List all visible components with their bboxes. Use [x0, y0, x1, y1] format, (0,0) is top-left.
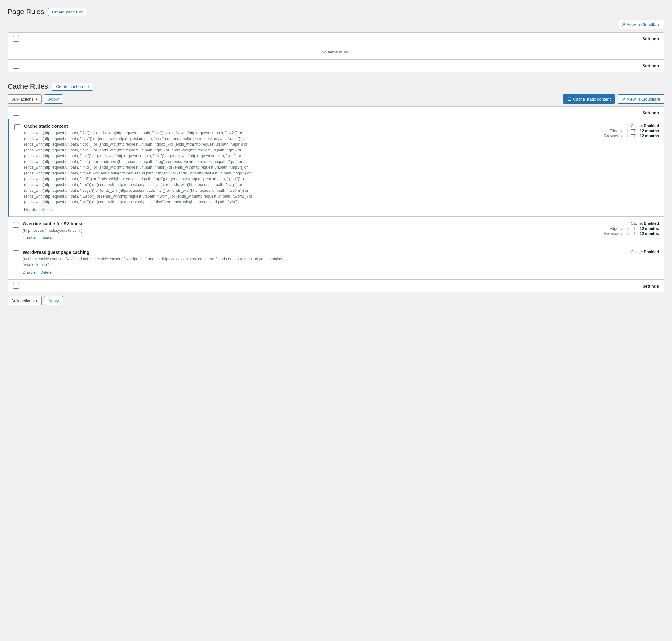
- cache-static-row-title: Cache static content: [24, 124, 595, 129]
- wordpress-guest-row-description: (not http.cookie contains "wp-" and not …: [23, 256, 285, 268]
- cache-rules-table: Settings Cache static content (ends_with…: [8, 106, 664, 292]
- cache-rules-toolbar-left: Bulk actions ▼ Apply: [8, 94, 63, 104]
- wordpress-guest-setting-cache: Cache: Enabled: [595, 250, 659, 254]
- chevron-down-icon-bottom: ▼: [35, 299, 38, 303]
- action-separator-2: |: [38, 236, 38, 241]
- cache-rules-section: Cache Rules Create cache rule Bulk actio…: [8, 82, 664, 305]
- cache-static-row-settings: Cache: Enabled Edge cache TTL: 12 months…: [595, 124, 659, 139]
- cache-static-row-content: Cache static content (ends_with(http.req…: [24, 124, 595, 212]
- override-cache-disable-link[interactable]: Disable: [23, 236, 36, 241]
- cache-rules-toolbar-right: ☰ Cache static content ↗ View in Cloudfl…: [563, 94, 664, 104]
- cache-static-content-button[interactable]: ☰ Cache static content: [563, 94, 615, 104]
- table-row: WordPress guest page caching (not http.c…: [8, 245, 664, 279]
- page-rules-header: Page Rules Create page rule: [8, 8, 664, 16]
- cache-static-row-actions: Disable | Delete: [24, 207, 595, 212]
- page-rules-view-cloudflare-button[interactable]: ↗ View in Cloudflare: [618, 20, 664, 29]
- wordpress-guest-row-checkbox[interactable]: [13, 250, 19, 256]
- cache-static-delete-link[interactable]: Delete: [42, 207, 53, 212]
- override-cache-row-description: (http.host eq "media.yoursite.com"): [23, 228, 285, 233]
- override-cache-row-checkbox[interactable]: [13, 222, 19, 228]
- override-cache-delete-link[interactable]: Delete: [40, 236, 52, 241]
- action-separator-3: |: [38, 270, 38, 275]
- page-rules-settings-header: Settings: [23, 37, 659, 41]
- apply-bottom-button[interactable]: Apply: [44, 296, 63, 305]
- override-cache-row-content: Override cache for R2 bucket (http.host …: [23, 221, 595, 241]
- cache-rules-table-footer: Settings: [8, 279, 664, 292]
- wordpress-guest-row-content: WordPress guest page caching (not http.c…: [23, 250, 595, 275]
- cache-rules-toolbar: Bulk actions ▼ Apply ☰ Cache static cont…: [8, 94, 664, 104]
- table-row: Cache static content (ends_with(http.req…: [8, 119, 664, 217]
- cache-rules-title: Cache Rules: [8, 82, 48, 91]
- override-cache-row-actions: Disable | Delete: [23, 236, 595, 241]
- bulk-actions-bottom-dropdown[interactable]: Bulk actions ▼: [8, 296, 42, 305]
- cache-rules-view-cloudflare-button[interactable]: ↗ View in Cloudflare: [618, 94, 664, 104]
- bulk-actions-dropdown[interactable]: Bulk actions ▼: [8, 94, 42, 104]
- create-page-rule-button[interactable]: Create page rule: [48, 8, 87, 16]
- override-cache-row-settings: Cache: Enabled Edge cache TTL: 12 months…: [595, 221, 659, 236]
- cache-setting-cache: Cache: Enabled: [595, 124, 659, 128]
- page-rules-table-header: Settings: [8, 33, 664, 45]
- cache-static-disable-link[interactable]: Disable: [24, 207, 37, 212]
- page-rules-section: Page Rules Create page rule ↗ View in Cl…: [8, 8, 664, 72]
- page-rules-view-cf-top: ↗ View in Cloudflare: [8, 20, 664, 29]
- page-rules-title: Page Rules: [8, 8, 44, 16]
- cache-rules-footer-settings: Settings: [23, 284, 659, 288]
- override-cache-setting-cache: Cache: Enabled: [595, 221, 659, 226]
- override-cache-row-title: Override cache for R2 bucket: [23, 221, 595, 227]
- page-rules-table-footer: Settings: [8, 59, 664, 72]
- cache-rules-bottom-toolbar-left: Bulk actions ▼ Apply: [8, 296, 63, 305]
- wordpress-guest-delete-link[interactable]: Delete: [40, 270, 52, 275]
- action-separator: |: [39, 207, 40, 212]
- page-rules-footer-checkbox[interactable]: [13, 63, 19, 69]
- page-rules-no-items: No items found.: [8, 45, 664, 59]
- page-rules-footer-settings: Settings: [23, 64, 659, 68]
- cache-static-row-description: (ends_with(http.request.uri.path, ".7z")…: [24, 130, 286, 205]
- wordpress-guest-disable-link[interactable]: Disable: [23, 270, 36, 275]
- cache-rules-select-all-checkbox[interactable]: [13, 110, 19, 115]
- cache-setting-edge-ttl: Edge cache TTL: 12 months: [595, 129, 659, 133]
- wordpress-guest-row-actions: Disable | Delete: [23, 270, 595, 275]
- apply-button[interactable]: Apply: [44, 94, 63, 104]
- cache-rules-header: Cache Rules Create cache rule: [8, 82, 664, 91]
- cache-rules-table-header: Settings: [8, 107, 664, 119]
- create-cache-rule-button[interactable]: Create cache rule: [52, 83, 93, 91]
- bulk-actions-label: Bulk actions: [11, 97, 33, 101]
- cache-rules-bottom-toolbar: Bulk actions ▼ Apply: [8, 296, 664, 305]
- page-rules-table: Settings No items found. Settings: [8, 32, 664, 72]
- wordpress-guest-row-title: WordPress guest page caching: [23, 250, 595, 255]
- chevron-down-icon: ▼: [35, 97, 38, 101]
- override-cache-setting-browser-ttl: Browser cache TTL: 12 months: [595, 231, 659, 236]
- cache-static-row-checkbox[interactable]: [14, 124, 20, 130]
- override-cache-setting-edge-ttl: Edge cache TTL: 12 months: [595, 227, 659, 231]
- cache-rules-footer-checkbox[interactable]: [13, 283, 19, 289]
- cache-rules-settings-header: Settings: [23, 110, 659, 115]
- stack-icon: ☰: [568, 97, 571, 101]
- table-row: Override cache for R2 bucket (http.host …: [8, 217, 664, 245]
- wordpress-guest-row-settings: Cache: Enabled: [595, 250, 659, 255]
- bulk-actions-bottom-label: Bulk actions: [11, 298, 33, 303]
- cache-setting-browser-ttl: Browser cache TTL: 12 months: [595, 134, 659, 138]
- external-link-icon-2: ↗: [622, 97, 625, 101]
- external-link-icon: ↗: [622, 22, 625, 27]
- page-rules-select-all-checkbox[interactable]: [13, 36, 19, 42]
